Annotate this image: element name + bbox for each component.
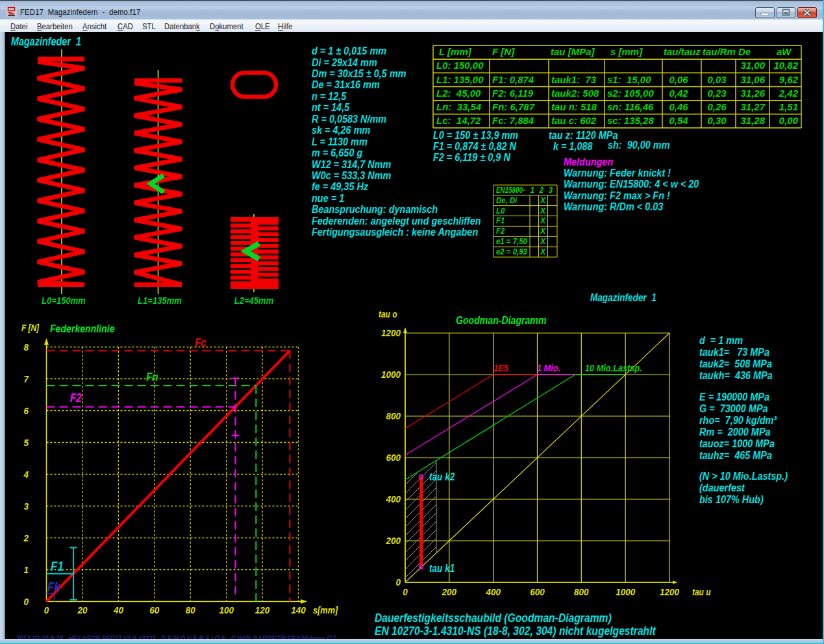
svg-text:F [N]: F [N] <box>492 46 515 57</box>
svg-text:10 Mio.Lastsp.: 10 Mio.Lastsp. <box>585 362 642 373</box>
svg-text:Ln: 33,54: Ln: 33,54 <box>436 101 482 112</box>
svg-text:F1: F1 <box>496 216 505 225</box>
svg-text:tauk2= 508 MPa: tauk2= 508 MPa <box>699 358 772 369</box>
svg-text:Dm = 30x15 ± 0,5 mm: Dm = 30x15 ± 0,5 mm <box>312 68 406 79</box>
svg-text:L1=135mm: L1=135mm <box>138 295 182 306</box>
svg-text:0,26: 0,26 <box>707 101 727 112</box>
svg-text:tau k2: tau k2 <box>429 471 455 482</box>
svg-text:L0: L0 <box>496 206 505 214</box>
svg-text:X: X <box>540 227 547 236</box>
svg-text:0,03: 0,03 <box>707 74 727 85</box>
svg-text:0: 0 <box>395 576 401 588</box>
svg-text:W0c = 533,3 Nmm: W0c = 533,3 Nmm <box>312 169 391 181</box>
svg-text:120: 120 <box>255 604 270 615</box>
svg-text:Fk: Fk <box>47 580 61 595</box>
svg-text:X: X <box>540 237 547 246</box>
svg-text:10,82: 10,82 <box>773 60 798 71</box>
svg-text:tauoz= 1000 MPa: tauoz= 1000 MPa <box>699 438 775 449</box>
svg-text:3: 3 <box>549 186 553 194</box>
svg-text:1000: 1000 <box>616 586 635 597</box>
svg-text:sn: 116,46: sn: 116,46 <box>607 101 654 112</box>
svg-text:31,26: 31,26 <box>740 88 765 99</box>
svg-text:0,46: 0,46 <box>669 101 688 112</box>
svg-text:F2: F2 <box>70 391 82 404</box>
svg-text:m = 6,650 g: m = 6,650 g <box>312 147 363 158</box>
svg-text:0,42: 0,42 <box>669 88 688 99</box>
svg-text:L [mm]: L [mm] <box>439 46 472 57</box>
svg-text:Lc: 14,72: Lc: 14,72 <box>436 115 481 126</box>
svg-text:1: 1 <box>23 564 29 575</box>
svg-text:F2 = 6,119 ± 0,9 N: F2 = 6,119 ± 0,9 N <box>433 151 510 163</box>
svg-text:L = 1130 mm: L = 1130 mm <box>312 136 368 147</box>
svg-text:Federenden: angelegt und gesch: Federenden: angelegt und geschliffen <box>312 215 481 227</box>
svg-text:L2: 45,00: L2: 45,00 <box>436 88 481 99</box>
svg-text:1200: 1200 <box>381 327 401 338</box>
svg-text:X: X <box>540 247 547 256</box>
svg-text:0,23: 0,23 <box>707 88 727 99</box>
svg-text:140: 140 <box>291 604 306 615</box>
svg-text:E = 190000 MPa: E = 190000 MPa <box>699 391 769 402</box>
svg-text:1,51: 1,51 <box>779 101 798 112</box>
svg-text:X: X <box>540 195 547 204</box>
svg-text:600: 600 <box>530 586 545 597</box>
svg-text:G = 73000 MPa: G = 73000 MPa <box>699 402 768 414</box>
svg-text:800: 800 <box>574 586 589 597</box>
svg-text:sc: 135,28: sc: 135,28 <box>607 115 654 126</box>
svg-text:EN15800-: EN15800- <box>496 186 525 194</box>
svg-text:s1: 15,00: s1: 15,00 <box>607 74 651 85</box>
svg-text:k = 1,088: k = 1,088 <box>553 140 593 152</box>
svg-text:L2=45mm: L2=45mm <box>234 295 274 306</box>
svg-text:31,00: 31,00 <box>740 60 765 71</box>
svg-text:20: 20 <box>77 604 87 615</box>
svg-text:31,06: 31,06 <box>740 74 765 85</box>
svg-text:d = 1 ± 0,015 mm: d = 1 ± 0,015 mm <box>312 45 386 56</box>
svg-text:tau n: 518: tau n: 518 <box>551 101 597 112</box>
svg-text:0: 0 <box>44 604 49 615</box>
svg-text:F2: 6,119: F2: 6,119 <box>492 88 534 99</box>
svg-text:L0 = 150 ± 13,9 mm: L0 = 150 ± 13,9 mm <box>433 129 518 141</box>
svg-text:tau u: tau u <box>692 587 710 597</box>
svg-text:tau/Rm: tau/Rm <box>703 46 736 57</box>
svg-text:sh: 90,00 mm: sh: 90,00 mm <box>608 139 670 151</box>
svg-text:rho= 7,90 kg/dm³: rho= 7,90 kg/dm³ <box>699 414 777 426</box>
svg-text:Fertigungsausgleich : keine An: Fertigungsausgleich : keine Angaben <box>312 226 478 238</box>
svg-text:80: 80 <box>186 604 195 615</box>
svg-text:s [mm]: s [mm] <box>610 46 643 57</box>
svg-text:F1: 0,874: F1: 0,874 <box>492 74 534 85</box>
svg-text:sk = 4,26 mm: sk = 4,26 mm <box>312 124 370 136</box>
svg-text:Warnung: Feder knickt !: Warnung: Feder knickt ! <box>564 167 671 179</box>
svg-text:(dauerfest: (dauerfest <box>699 482 745 493</box>
svg-text:F1: F1 <box>51 559 64 574</box>
svg-text:Beanspruchung: dynamisch: Beanspruchung: dynamisch <box>312 203 438 215</box>
svg-text:31,28: 31,28 <box>740 115 765 126</box>
svg-text:0,00: 0,00 <box>779 115 799 126</box>
svg-text:De, Di: De, Di <box>496 195 518 204</box>
svg-text:8: 8 <box>23 341 29 353</box>
svg-text:F [N]: F [N] <box>21 323 40 333</box>
svg-text:n = 12,5: n = 12,5 <box>312 90 347 102</box>
svg-text:EN 10270-3-1.4310-NS (18-8, 30: EN 10270-3-1.4310-NS (18-8, 302, 304) ni… <box>375 624 656 638</box>
svg-text:400: 400 <box>386 493 401 504</box>
svg-text:4: 4 <box>23 469 29 480</box>
svg-text:Magazinfeder 1: Magazinfeder 1 <box>11 34 81 47</box>
svg-text:Fn: 6,787: Fn: 6,787 <box>492 101 535 112</box>
svg-text:tauhz= 465 MPa: tauhz= 465 MPa <box>699 449 772 461</box>
svg-text:W12 = 314,7 Nmm: W12 = 314,7 Nmm <box>312 158 391 169</box>
svg-text:0,30: 0,30 <box>707 115 727 126</box>
svg-text:2,42: 2,42 <box>779 88 799 99</box>
svg-text:0: 0 <box>403 586 408 597</box>
svg-text:1000: 1000 <box>381 369 401 380</box>
svg-text:0,54: 0,54 <box>669 115 688 126</box>
svg-text:s2: 105,00: s2: 105,00 <box>607 88 654 99</box>
svg-text:aW: aW <box>777 46 792 57</box>
svg-text:tau/tauz: tau/tauz <box>664 46 701 57</box>
svg-text:2: 2 <box>23 532 29 543</box>
svg-text:X: X <box>540 206 547 215</box>
svg-text:taukh= 436 MPa: taukh= 436 MPa <box>699 369 773 381</box>
svg-text:Fc: 7,884: Fc: 7,884 <box>492 115 534 126</box>
svg-text:tau o: tau o <box>379 309 397 319</box>
svg-text:2: 2 <box>539 186 544 194</box>
svg-text:200: 200 <box>442 586 457 597</box>
svg-text:Goodman-Diagramm: Goodman-Diagramm <box>456 314 547 326</box>
svg-text:9,62: 9,62 <box>779 74 799 85</box>
